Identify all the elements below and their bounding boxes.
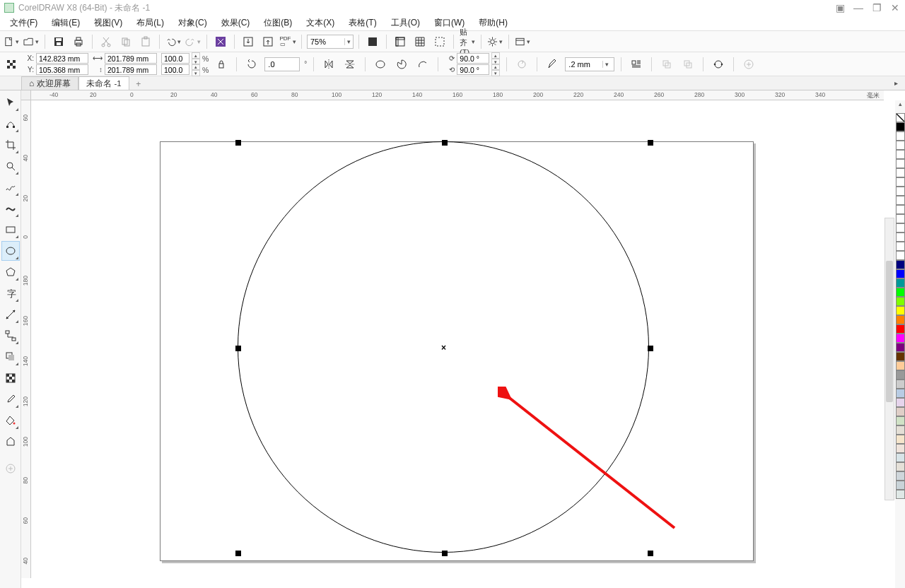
help-icon[interactable]: ▣ bbox=[834, 2, 846, 13]
color-swatch[interactable] bbox=[896, 269, 905, 278]
h-input[interactable] bbox=[105, 64, 157, 75]
fill-tool[interactable] bbox=[1, 411, 20, 430]
fullscreen-preview-button[interactable] bbox=[364, 33, 381, 50]
front-of-layer-button[interactable] bbox=[658, 56, 675, 73]
transparency-tool[interactable] bbox=[1, 368, 20, 388]
back-of-layer-button[interactable] bbox=[679, 56, 696, 73]
end-angle-input[interactable] bbox=[457, 64, 489, 75]
show-rulers-button[interactable] bbox=[392, 33, 409, 50]
pick-tool[interactable] bbox=[1, 93, 20, 112]
color-swatch[interactable] bbox=[896, 297, 905, 306]
wrap-text-button[interactable] bbox=[628, 56, 645, 73]
color-swatch[interactable] bbox=[896, 278, 905, 288]
redo-button[interactable]: ▾ bbox=[185, 33, 202, 50]
maximize-icon[interactable]: ❐ bbox=[871, 2, 882, 13]
pie-button[interactable] bbox=[393, 56, 410, 73]
shape-tool[interactable] bbox=[1, 114, 20, 134]
rectangle-tool[interactable] bbox=[1, 220, 20, 240]
print-button[interactable] bbox=[70, 33, 87, 50]
close-icon[interactable]: ✕ bbox=[889, 2, 901, 13]
color-swatch[interactable] bbox=[896, 370, 905, 380]
palette-up-arrow[interactable]: ▴ bbox=[899, 100, 902, 110]
export-button[interactable] bbox=[259, 33, 276, 50]
drop-shadow-tool[interactable] bbox=[1, 347, 20, 367]
x-input[interactable] bbox=[36, 53, 88, 64]
color-swatch[interactable] bbox=[896, 223, 905, 233]
convert-curves-button[interactable] bbox=[710, 56, 727, 73]
color-swatch[interactable] bbox=[896, 380, 905, 389]
menu-edit[interactable]: 编辑(E) bbox=[45, 16, 87, 30]
cut-button[interactable] bbox=[98, 33, 115, 50]
color-swatch[interactable] bbox=[896, 324, 905, 334]
color-swatch[interactable] bbox=[896, 233, 905, 242]
sel-handle-e[interactable] bbox=[648, 346, 653, 351]
ellipse-button[interactable] bbox=[372, 56, 389, 73]
color-swatch[interactable] bbox=[896, 214, 905, 223]
direction-button[interactable] bbox=[513, 56, 530, 73]
ellipse-tool[interactable] bbox=[1, 241, 20, 261]
artistic-media-tool[interactable] bbox=[1, 199, 20, 218]
open-button[interactable]: ▾ bbox=[23, 33, 40, 50]
color-swatch[interactable] bbox=[896, 389, 905, 398]
minimize-icon[interactable]: — bbox=[853, 2, 864, 13]
crop-tool[interactable] bbox=[1, 135, 20, 155]
paste-button[interactable] bbox=[137, 33, 154, 50]
copy-button[interactable] bbox=[117, 33, 134, 50]
color-swatch[interactable] bbox=[896, 453, 905, 462]
color-swatch[interactable] bbox=[896, 177, 905, 187]
color-swatch[interactable] bbox=[896, 242, 905, 251]
color-swatch[interactable] bbox=[896, 131, 905, 141]
rotate-input[interactable] bbox=[265, 60, 291, 69]
color-swatch[interactable] bbox=[896, 334, 905, 343]
color-swatch[interactable] bbox=[896, 196, 905, 205]
canvas[interactable]: × bbox=[31, 100, 884, 578]
color-swatch[interactable] bbox=[896, 306, 905, 315]
horizontal-ruler[interactable]: 毫米 -402002040608010012014016018020022024… bbox=[31, 90, 884, 100]
lock-ratio-button[interactable] bbox=[213, 56, 230, 73]
zoom-combo[interactable]: ▾ bbox=[307, 35, 354, 49]
color-swatch[interactable] bbox=[896, 444, 905, 453]
sx-input[interactable] bbox=[161, 53, 189, 64]
color-swatch[interactable] bbox=[896, 187, 905, 196]
color-swatch[interactable] bbox=[896, 343, 905, 352]
sel-handle-sw[interactable] bbox=[235, 551, 241, 556]
mirror-v-button[interactable] bbox=[341, 56, 358, 73]
freehand-tool[interactable] bbox=[1, 177, 20, 197]
color-swatch[interactable] bbox=[896, 122, 905, 131]
tab-welcome[interactable]: ⌂欢迎屏幕 bbox=[21, 76, 78, 90]
color-swatch[interactable] bbox=[896, 361, 905, 370]
color-swatch[interactable] bbox=[896, 425, 905, 435]
zoom-tool[interactable] bbox=[1, 156, 20, 176]
color-swatch[interactable] bbox=[896, 352, 905, 361]
w-input[interactable] bbox=[105, 53, 157, 64]
scrollbar-thumb[interactable] bbox=[886, 261, 893, 402]
undo-button[interactable]: ▾ bbox=[165, 33, 182, 50]
options-button[interactable]: ▾ bbox=[486, 33, 503, 50]
menu-file[interactable]: 文件(F) bbox=[3, 16, 45, 30]
tab-document[interactable]: 未命名 -1 bbox=[78, 76, 129, 90]
color-swatch[interactable] bbox=[896, 288, 905, 297]
color-swatch[interactable] bbox=[896, 159, 905, 168]
menu-tools[interactable]: 工具(O) bbox=[384, 16, 427, 30]
start-angle-input[interactable] bbox=[457, 53, 489, 64]
connector-tool[interactable] bbox=[1, 326, 20, 346]
polygon-tool[interactable] bbox=[1, 262, 20, 282]
color-swatch[interactable] bbox=[896, 398, 905, 407]
text-tool[interactable]: 字 bbox=[1, 283, 20, 303]
zoom-input[interactable] bbox=[308, 37, 344, 46]
show-guides-button[interactable] bbox=[431, 33, 448, 50]
parallel-dim-tool[interactable] bbox=[1, 305, 20, 324]
menu-text[interactable]: 文本(X) bbox=[299, 16, 341, 30]
color-swatch[interactable] bbox=[896, 435, 905, 444]
menu-object[interactable]: 对象(C) bbox=[171, 16, 214, 30]
color-swatch[interactable] bbox=[896, 315, 905, 324]
vertical-ruler[interactable]: 6040200180160140120100806040 bbox=[21, 100, 31, 578]
color-swatch[interactable] bbox=[896, 490, 905, 499]
menu-help[interactable]: 帮助(H) bbox=[472, 16, 515, 30]
color-swatch[interactable] bbox=[896, 416, 905, 425]
show-grid-button[interactable] bbox=[411, 33, 428, 50]
tab-nav-arrow[interactable]: ▸ bbox=[892, 79, 901, 88]
color-swatch[interactable] bbox=[896, 481, 905, 490]
color-swatch[interactable] bbox=[896, 168, 905, 177]
sel-handle-nw[interactable] bbox=[235, 140, 241, 146]
